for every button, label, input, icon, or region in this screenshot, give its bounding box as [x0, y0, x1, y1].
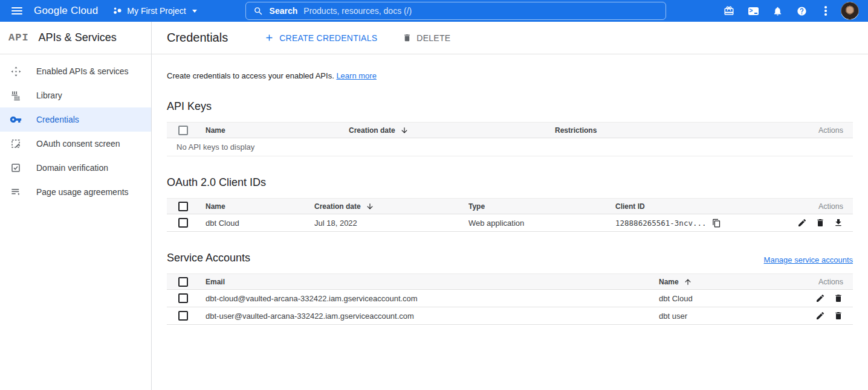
- sidebar: API APIs & Services Enabled APIs & servi…: [0, 22, 152, 390]
- sidebar-item-credentials[interactable]: Credentials: [0, 107, 151, 132]
- row-actions: [785, 218, 853, 228]
- edit-pencil-icon[interactable]: [797, 218, 807, 228]
- service-accounts-title: Service Accounts: [167, 252, 250, 264]
- oauth-client-type: Web application: [468, 219, 615, 228]
- api-logo: API: [8, 32, 29, 43]
- service-accounts-table: Email Name Actions dbt-cloud@vaulted-arc…: [167, 273, 853, 325]
- column-header-type[interactable]: Type: [468, 202, 615, 211]
- learn-more-link[interactable]: Learn more: [336, 71, 376, 80]
- delete-trash-icon[interactable]: [815, 218, 825, 228]
- sidebar-nav: Enabled APIs & services Library Credenti…: [0, 54, 151, 204]
- chevron-down-icon: [192, 10, 197, 13]
- sidebar-item-oauth-consent[interactable]: OAuth consent screen: [0, 132, 151, 156]
- column-header-actions: Actions: [795, 278, 853, 286]
- content: Create credentials to access your enable…: [152, 71, 868, 325]
- table-row: dbt-user@vaulted-arcana-332422.iam.gserv…: [167, 307, 853, 325]
- sidebar-item-label: Library: [36, 91, 62, 100]
- row-checkbox[interactable]: [178, 293, 188, 303]
- row-checkbox[interactable]: [178, 311, 188, 321]
- search-icon: [253, 6, 264, 16]
- edit-pencil-icon[interactable]: [815, 311, 825, 321]
- oauth-client-id: 128886265561-3ncv...: [615, 218, 785, 228]
- search-label: Search: [270, 6, 298, 16]
- delete-button[interactable]: DELETE: [398, 30, 455, 46]
- domain-verification-icon: [10, 162, 22, 174]
- row-actions: [795, 311, 853, 321]
- consent-screen-icon: [10, 138, 22, 150]
- select-all-checkbox[interactable]: [178, 126, 188, 135]
- key-icon: [10, 113, 22, 126]
- cloud-shell-icon[interactable]: >: [741, 0, 765, 22]
- api-keys-title: API Keys: [167, 100, 853, 113]
- project-selector[interactable]: My First Project: [112, 6, 196, 16]
- sort-desc-icon: [366, 202, 374, 211]
- library-icon: [10, 89, 22, 101]
- service-account-email[interactable]: dbt-cloud@vaulted-arcana-332422.iam.gser…: [206, 294, 659, 303]
- google-cloud-logo[interactable]: Google Cloud: [34, 5, 98, 17]
- page-header: Credentials CREATE CREDENTIALS DELETE: [152, 22, 868, 54]
- service-account-email[interactable]: dbt-user@vaulted-arcana-332422.iam.gserv…: [206, 312, 659, 321]
- topbar: Google Cloud My First Project Search Pro…: [0, 0, 868, 22]
- column-header-restrictions[interactable]: Restrictions: [555, 126, 798, 135]
- intro-text: Create credentials to access your enable…: [167, 71, 853, 80]
- sidebar-header: API APIs & Services: [0, 22, 151, 54]
- notifications-bell-icon[interactable]: [765, 0, 789, 22]
- service-account-name: dbt user: [659, 312, 795, 321]
- table-row: dbt Cloud Jul 18, 2022 Web application 1…: [167, 214, 853, 232]
- oauth-header-row: Name Creation date Type Client ID Action…: [167, 198, 853, 214]
- column-header-creation-date[interactable]: Creation date: [314, 202, 468, 211]
- agreements-icon: [10, 186, 22, 198]
- plus-icon: [264, 33, 274, 43]
- copy-icon[interactable]: [711, 218, 722, 228]
- column-header-actions: Actions: [798, 126, 853, 135]
- help-icon[interactable]: [789, 0, 814, 22]
- oauth-client-name[interactable]: dbt Cloud: [206, 219, 314, 228]
- sidebar-item-label: Credentials: [36, 115, 79, 124]
- topbar-actions: >: [717, 0, 862, 22]
- column-header-email[interactable]: Email: [206, 278, 659, 286]
- trash-icon: [403, 33, 412, 42]
- column-header-name[interactable]: Name: [659, 278, 795, 286]
- select-all-checkbox[interactable]: [178, 202, 188, 211]
- delete-trash-icon[interactable]: [833, 311, 843, 321]
- sort-desc-icon: [400, 126, 409, 135]
- search-input[interactable]: Search Products, resources, docs (/): [245, 2, 666, 20]
- sidebar-item-domain-verification[interactable]: Domain verification: [0, 156, 151, 180]
- column-header-name[interactable]: Name: [206, 126, 349, 135]
- project-name: My First Project: [127, 6, 186, 16]
- main-area: Credentials CREATE CREDENTIALS DELETE Cr…: [152, 22, 868, 390]
- service-account-name: dbt Cloud: [659, 294, 795, 303]
- oauth-client-creation-date: Jul 18, 2022: [314, 219, 468, 228]
- oauth-clients-title: OAuth 2.0 Client IDs: [167, 176, 853, 189]
- select-all-checkbox[interactable]: [178, 277, 188, 287]
- service-accounts-header: Service Accounts Manage service accounts: [167, 252, 853, 264]
- api-keys-empty-message: No API keys to display: [167, 138, 853, 156]
- sidebar-title: APIs & Services: [39, 31, 117, 44]
- sidebar-item-page-usage-agreements[interactable]: Page usage agreements: [0, 180, 151, 204]
- edit-pencil-icon[interactable]: [815, 293, 825, 304]
- more-vertical-icon[interactable]: [814, 0, 838, 22]
- api-keys-table: Name Creation date Restrictions Actions …: [167, 122, 853, 156]
- sort-asc-icon: [684, 278, 692, 286]
- oauth-clients-table: Name Creation date Type Client ID Action…: [167, 198, 853, 232]
- manage-service-accounts-link[interactable]: Manage service accounts: [764, 255, 853, 264]
- sidebar-item-enabled-apis[interactable]: Enabled APIs & services: [0, 59, 151, 83]
- sidebar-item-label: Domain verification: [36, 163, 108, 173]
- menu-icon[interactable]: [5, 0, 29, 22]
- promotions-gift-icon[interactable]: [717, 0, 741, 22]
- column-header-creation-date[interactable]: Creation date: [349, 126, 555, 135]
- sidebar-item-label: OAuth consent screen: [36, 139, 120, 149]
- service-accounts-header-row: Email Name Actions: [167, 273, 853, 290]
- row-checkbox[interactable]: [178, 218, 188, 228]
- column-header-name[interactable]: Name: [206, 202, 314, 211]
- account-avatar[interactable]: [838, 0, 862, 22]
- create-credentials-button[interactable]: CREATE CREDENTIALS: [259, 29, 382, 46]
- sidebar-item-library[interactable]: Library: [0, 83, 151, 107]
- sidebar-item-label: Page usage agreements: [36, 187, 129, 197]
- page-title: Credentials: [167, 31, 228, 45]
- column-header-client-id[interactable]: Client ID: [615, 202, 785, 211]
- delete-trash-icon[interactable]: [833, 293, 843, 304]
- download-icon[interactable]: [833, 218, 843, 228]
- sidebar-item-label: Enabled APIs & services: [36, 66, 129, 76]
- column-header-actions: Actions: [785, 202, 853, 211]
